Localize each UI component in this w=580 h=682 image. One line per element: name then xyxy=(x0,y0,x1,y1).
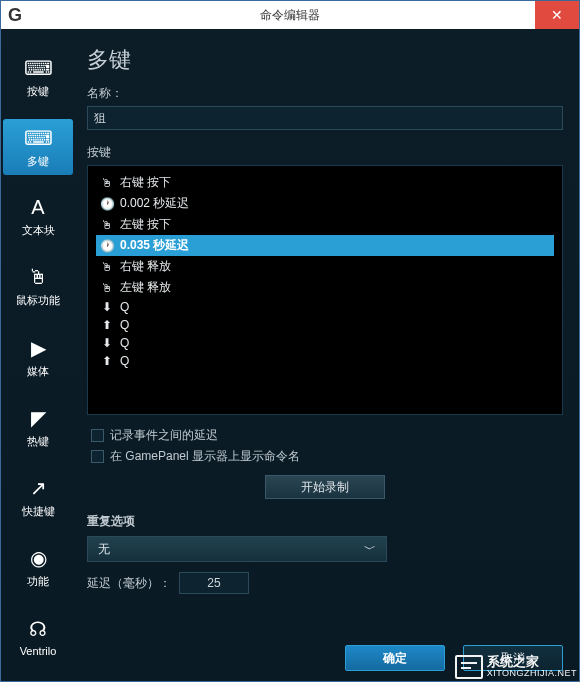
mouse-icon: 🖱 xyxy=(100,176,114,190)
checkbox-icon xyxy=(91,429,104,442)
clock-icon: 🕐 xyxy=(100,197,114,211)
sidebar-icon: ⌨ xyxy=(24,56,53,80)
checkbox-icon xyxy=(91,450,104,463)
repeat-label: 重复选项 xyxy=(87,513,563,530)
key-text: 右键 按下 xyxy=(120,174,171,191)
sidebar-icon: A xyxy=(31,196,44,219)
key-text: 左键 释放 xyxy=(120,279,171,296)
name-input[interactable] xyxy=(87,106,563,130)
sidebar: ⌨按键⌨多键A文本块🖱鼠标功能▶媒体◤热键↗快捷键◉功能☊Ventrilo xyxy=(1,29,79,681)
window: G 命令编辑器 ✕ ⌨按键⌨多键A文本块🖱鼠标功能▶媒体◤热键↗快捷键◉功能☊V… xyxy=(0,0,580,682)
sidebar-item-快捷键[interactable]: ↗快捷键 xyxy=(3,469,73,525)
main-panel: 多键 名称： 按键 🖱右键 按下🕐0.002 秒延迟🖱左键 按下🕐0.035 秒… xyxy=(79,29,579,681)
key-row[interactable]: 🕐0.002 秒延迟 xyxy=(96,193,554,214)
sidebar-label: 功能 xyxy=(27,574,49,589)
chevron-down-icon: ﹀ xyxy=(364,541,376,558)
key-text: Q xyxy=(120,318,129,332)
sidebar-icon: ◤ xyxy=(31,406,46,430)
sidebar-icon: ↗ xyxy=(30,476,47,500)
delay-input[interactable] xyxy=(179,572,249,594)
sidebar-item-功能[interactable]: ◉功能 xyxy=(3,539,73,595)
checkbox-label: 记录事件之间的延迟 xyxy=(110,427,218,444)
key-row[interactable]: ⬇Q xyxy=(96,334,554,352)
start-record-button[interactable]: 开始录制 xyxy=(265,475,385,499)
mouse-icon: 🖱 xyxy=(100,218,114,232)
key-text: 0.002 秒延迟 xyxy=(120,195,189,212)
key-text: 右键 释放 xyxy=(120,258,171,275)
sidebar-label: 媒体 xyxy=(27,364,49,379)
sidebar-icon: ▶ xyxy=(31,336,46,360)
app-logo: G xyxy=(1,1,29,29)
sidebar-item-文本块[interactable]: A文本块 xyxy=(3,189,73,245)
delay-label: 延迟（毫秒）： xyxy=(87,575,171,592)
body: ⌨按键⌨多键A文本块🖱鼠标功能▶媒体◤热键↗快捷键◉功能☊Ventrilo 多键… xyxy=(1,29,579,681)
sidebar-icon: ☊ xyxy=(29,617,47,641)
sidebar-icon: ◉ xyxy=(30,546,47,570)
key-row[interactable]: 🖱右键 按下 xyxy=(96,172,554,193)
sidebar-item-热键[interactable]: ◤热键 xyxy=(3,399,73,455)
sidebar-icon: ⌨ xyxy=(24,126,53,150)
clock-icon: 🕐 xyxy=(100,239,114,253)
up-icon: ⬆ xyxy=(100,318,114,332)
down-icon: ⬇ xyxy=(100,336,114,350)
key-text: Q xyxy=(120,336,129,350)
sidebar-item-媒体[interactable]: ▶媒体 xyxy=(3,329,73,385)
key-text: 左键 按下 xyxy=(120,216,171,233)
key-row[interactable]: ⬇Q xyxy=(96,298,554,316)
keys-listbox[interactable]: 🖱右键 按下🕐0.002 秒延迟🖱左键 按下🕐0.035 秒延迟🖱右键 释放🖱左… xyxy=(87,165,563,415)
checkbox-label: 在 GamePanel 显示器上显示命令名 xyxy=(110,448,300,465)
key-row[interactable]: 🕐0.035 秒延迟 xyxy=(96,235,554,256)
checkbox-row-gamepanel[interactable]: 在 GamePanel 显示器上显示命令名 xyxy=(91,448,563,465)
mouse-icon: 🖱 xyxy=(100,260,114,274)
checkbox-row-record-delay[interactable]: 记录事件之间的延迟 xyxy=(91,427,563,444)
keys-label: 按键 xyxy=(87,144,563,161)
sidebar-item-ventrilo[interactable]: ☊Ventrilo xyxy=(3,609,73,665)
key-row[interactable]: 🖱左键 释放 xyxy=(96,277,554,298)
key-row[interactable]: 🖱左键 按下 xyxy=(96,214,554,235)
key-row[interactable]: 🖱右键 释放 xyxy=(96,256,554,277)
sidebar-label: Ventrilo xyxy=(20,645,57,657)
mouse-icon: 🖱 xyxy=(100,281,114,295)
window-title: 命令编辑器 xyxy=(260,7,320,24)
repeat-value: 无 xyxy=(98,541,110,558)
sidebar-label: 快捷键 xyxy=(22,504,55,519)
key-row[interactable]: ⬆Q xyxy=(96,352,554,370)
close-button[interactable]: ✕ xyxy=(535,1,579,29)
key-text: Q xyxy=(120,354,129,368)
key-text: 0.035 秒延迟 xyxy=(120,237,189,254)
sidebar-label: 鼠标功能 xyxy=(16,293,60,308)
sidebar-item-鼠标功能[interactable]: 🖱鼠标功能 xyxy=(3,259,73,315)
name-label: 名称： xyxy=(87,85,563,102)
repeat-select[interactable]: 无 ﹀ xyxy=(87,536,387,562)
sidebar-item-多键[interactable]: ⌨多键 xyxy=(3,119,73,175)
sidebar-label: 热键 xyxy=(27,434,49,449)
titlebar: G 命令编辑器 ✕ xyxy=(1,1,579,29)
sidebar-label: 按键 xyxy=(27,84,49,99)
ok-button[interactable]: 确定 xyxy=(345,645,445,671)
sidebar-icon: 🖱 xyxy=(28,266,48,289)
sidebar-item-按键[interactable]: ⌨按键 xyxy=(3,49,73,105)
cancel-button[interactable]: 取消 xyxy=(463,645,563,671)
footer-buttons: 确定 取消 xyxy=(345,645,563,671)
key-text: Q xyxy=(120,300,129,314)
down-icon: ⬇ xyxy=(100,300,114,314)
sidebar-label: 文本块 xyxy=(22,223,55,238)
sidebar-label: 多键 xyxy=(27,154,49,169)
key-row[interactable]: ⬆Q xyxy=(96,316,554,334)
page-heading: 多键 xyxy=(87,45,563,75)
up-icon: ⬆ xyxy=(100,354,114,368)
